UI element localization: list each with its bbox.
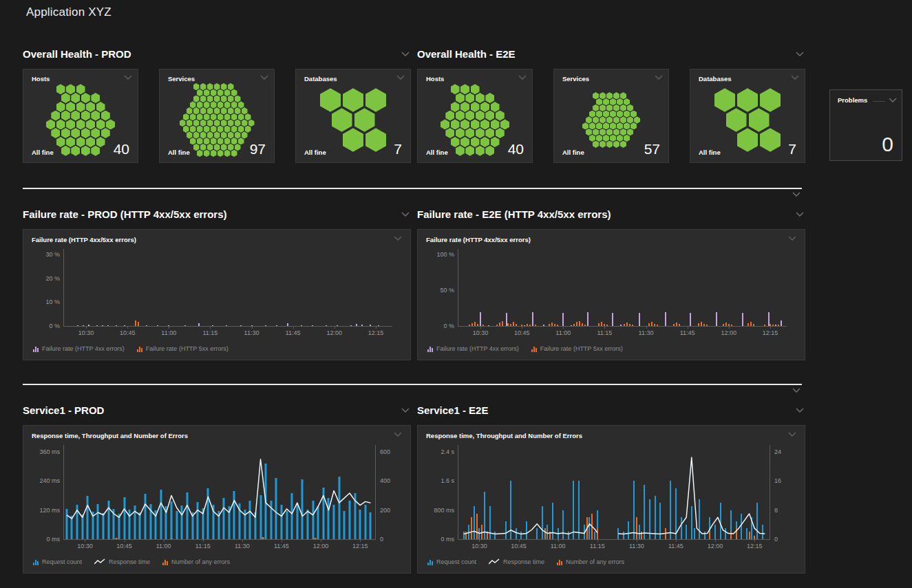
hexagon-health-cell [456,93,465,103]
y-axis-tick-label: 120 ms [39,507,60,514]
hexagon-health-cell [197,126,203,133]
service-e2e-plot[interactable]: 2.4 s1.6 s800 ms0 ms24168010:3010:4511:0… [458,445,770,540]
health-tile-databases-e2e[interactable]: Databases All fine 7 [690,69,805,163]
chevron-down-icon[interactable] [394,432,402,437]
hexagon-health-cell [91,111,100,121]
chart-bar [513,322,514,326]
x-axis-tick [729,326,730,329]
service-prod-chart-tile[interactable]: Response time, Throughput and Number of … [23,425,411,574]
chart-bar [168,325,169,326]
chevron-down-icon[interactable] [394,236,402,241]
hexagon-health-cell [465,93,474,103]
hexagon-health-cell [106,119,115,129]
legend-item[interactable]: Response time [489,558,544,565]
chevron-down-icon[interactable] [260,75,268,80]
chevron-down-icon[interactable] [401,52,410,56]
hexagon-health-cell [456,111,465,121]
hexagon-health-cell [56,84,65,94]
hexagon-health-cell [71,111,80,121]
problems-tile[interactable]: Problems 0 [829,89,902,161]
failure-prod-chart-tile[interactable]: Failure rate (HTTP 4xx/5xx errors) 30 %2… [23,229,411,360]
chart-bar [690,313,691,326]
chart-bar [679,324,680,326]
status-text: All fine [32,149,54,156]
status-text: All fine [426,149,448,156]
y-axis-tick-label: 20 % [45,275,60,282]
x-axis-tick [376,326,377,329]
health-tile-services-e2e[interactable]: Services All fine 57 [553,69,669,163]
x-axis-tick [522,326,522,329]
hexagon-health-cell [456,128,465,138]
hexagon-health-cell [630,111,637,118]
chevron-down-icon[interactable] [124,75,132,80]
health-tile-databases-prod[interactable]: Databases All fine 7 [295,69,411,163]
x-axis-tick-label: 12:15 [352,543,368,549]
tile-title: Hosts [426,75,444,83]
chevron-down-icon[interactable] [788,236,796,241]
chevron-down-icon[interactable] [792,192,800,197]
chart-bar [742,313,743,326]
legend-item[interactable]: Failure rate (HTTP 4xx errors) [33,345,125,352]
x-axis-tick [604,326,605,329]
service-e2e-chart-tile[interactable]: Response time, Throughput and Number of … [417,425,805,574]
hexagon-health-cell [211,101,217,108]
chevron-down-icon[interactable] [518,75,527,80]
entity-count: 97 [250,142,266,156]
legend-item[interactable]: Failure rate (HTTP 4xx errors) [427,345,519,352]
failure-prod-plot[interactable]: 30 %20 %10 %0 %10:3010:4511:0011:1511:30… [63,249,392,327]
legend-label: Failure rate (HTTP 5xx errors) [540,345,623,352]
chart-bar [676,323,677,326]
hexagon-health-cell [231,101,237,108]
hexagon-health-cell [200,131,206,138]
legend-item[interactable]: Request count [33,558,82,565]
hexagon-health-cell [603,122,609,129]
chart-bar [775,325,776,326]
chevron-down-icon[interactable] [401,212,410,217]
x-axis-tick [480,326,481,329]
response-time-line [64,445,376,539]
failure-e2e-chart-tile[interactable]: Failure rate (HTTP 4xx/5xx errors) 100 %… [417,229,805,360]
legend-item[interactable]: Failure rate (HTTP 5xx errors) [137,345,229,352]
chevron-down-icon[interactable] [796,52,804,56]
chart-title: Failure rate (HTTP 4xx/5xx errors) [32,236,136,243]
chevron-down-icon[interactable] [401,408,410,413]
service-prod-plot[interactable]: 360 ms240 ms120 ms0 ms600400200010:3010:… [63,445,376,540]
chevron-down-icon[interactable] [796,408,804,413]
tile-title: Databases [699,75,732,83]
failure-e2e-plot[interactable]: 100 %50 %0 %10:3010:4511:0011:1511:3011:… [458,249,787,327]
legend-item[interactable]: Request count [427,558,476,565]
chevron-down-icon[interactable] [889,98,897,102]
legend-item[interactable]: Number of any errors [557,558,624,565]
hexagon-health-cell [214,131,220,138]
legend-item[interactable]: Response time [94,558,150,565]
chevron-down-icon[interactable] [792,388,800,393]
hexagon-health-cell [224,101,231,108]
x-axis-tick [646,326,647,329]
y-axis-tick-label: 2.4 s [441,448,454,455]
chart-bar [146,325,147,326]
y-axis-tick-label: 800 ms [434,507,454,514]
chevron-down-icon[interactable] [788,432,796,437]
chart-bar [524,325,525,326]
health-tile-hosts-prod[interactable]: Hosts All fine 40 [23,69,138,163]
health-tile-services-prod[interactable]: Services All fine 97 [159,69,275,163]
hexagon-health-cell [96,102,105,112]
chevron-down-icon[interactable] [791,75,799,80]
x-axis-tick-label: 11:45 [668,543,683,549]
entity-count: 40 [114,142,129,156]
chevron-down-icon[interactable] [655,75,663,80]
chart-bar [102,325,103,326]
legend-item[interactable]: Failure rate (HTTP 5xx errors) [531,345,623,352]
chevron-down-icon[interactable] [396,75,405,80]
chart-bar [753,324,754,326]
legend-item[interactable]: Number of any errors [162,558,230,565]
hexagon-health-cell [231,113,237,120]
hexagon-health-cell [749,108,770,132]
hexagon-health-cell [228,131,234,138]
chevron-down-icon[interactable] [796,212,804,217]
hexagon-health-cell [187,131,193,138]
health-tile-hosts-e2e[interactable]: Hosts All fine 40 [417,69,533,163]
x-axis-tick-label: 12:00 [708,543,723,549]
hexagon-health-cell [235,131,241,138]
hexagon-health-cell [200,96,206,102]
